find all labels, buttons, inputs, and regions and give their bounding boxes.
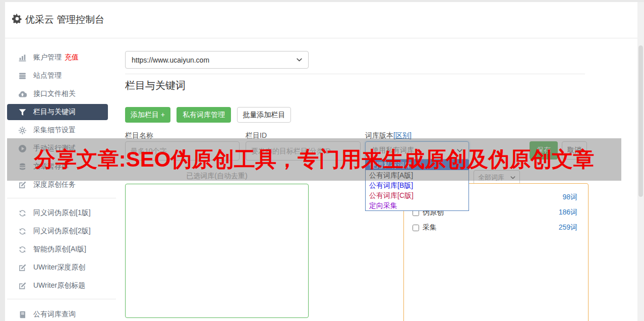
lexicon-row-label: 采集 — [423, 223, 437, 232]
sidebar-item-label: 接口文件相关 — [33, 89, 76, 98]
sidebar-divider — [7, 299, 116, 299]
sidebar-divider — [7, 198, 116, 198]
word-count: 98词 — [562, 193, 577, 202]
lexicon-row: 采集 259词 — [403, 220, 589, 235]
bar-chart-icon — [18, 54, 27, 62]
chevron-down-icon — [297, 58, 302, 62]
gears-icon — [18, 126, 27, 135]
sidebar-item-label: 账户管理 — [33, 53, 62, 62]
sidebar-item-synonym-v2[interactable]: 同义词伪原创[2版] — [7, 222, 108, 240]
sidebar-item-label: UWriter深度原创 — [33, 263, 85, 272]
content-divider — [125, 74, 585, 74]
word-count: 186词 — [559, 208, 577, 217]
sidebar-item-interface-files[interactable]: 接口文件相关 — [7, 85, 108, 103]
word-count: 259词 — [559, 223, 577, 232]
collect-checkbox[interactable] — [413, 225, 419, 231]
sidebar-item-account[interactable]: 账户管理 充值 — [7, 48, 108, 67]
page-title: 栏目与关键词 — [125, 79, 186, 92]
sidebar-item-uwriter-title[interactable]: UWriter原创标题 — [7, 277, 108, 295]
site-url-select[interactable]: https://www.ucaiyun.com — [125, 51, 309, 69]
sidebar-item-label: 深度原创任务 — [33, 180, 76, 189]
sidebar-item-label: 同义词伪原创[1版] — [33, 208, 91, 218]
sidebar-item-label: 栏目与关键词 — [33, 108, 76, 117]
recharge-badge[interactable]: 充值 — [65, 53, 79, 62]
refresh-icon — [18, 227, 27, 236]
add-column-button[interactable]: 添加栏目 + — [125, 107, 170, 123]
sidebar-item-label: UWriter原创标题 — [33, 281, 85, 290]
dropdown-option-directed-collect[interactable]: 定向采集 — [366, 200, 469, 210]
app-window: 优采云 管理控制台 账户管理 充值 站点管理 接口文件相关 栏目与关键词 采集细… — [0, 0, 644, 321]
sidebar-item-label: 同义词伪原创[2版] — [33, 227, 91, 236]
sidebar-item-ai-rewrite[interactable]: 智能伪原创[AI版] — [7, 240, 108, 258]
watermark-text: 分享文章:SEO伪原创工具，专门用来生成原创及伪原创文章 — [7, 138, 621, 181]
sidebar-item-uwriter-deep[interactable]: UWriter深度原创 — [7, 258, 108, 277]
sidebar-item-sites[interactable]: 站点管理 — [7, 67, 108, 85]
funnel-icon — [18, 108, 27, 117]
header-divider — [5, 38, 637, 38]
site-url-value: https://www.ucaiyun.com — [132, 56, 209, 64]
sidebar-item-label: 站点管理 — [33, 71, 62, 80]
gear-icon — [12, 14, 22, 24]
scrollbar-thumb[interactable] — [638, 45, 643, 197]
edit-icon — [18, 181, 27, 189]
selected-lexicon-box[interactable] — [125, 184, 309, 318]
sidebar-item-label: 智能伪原创[AI版] — [33, 245, 86, 254]
sidebar-item-public-lexicon-query[interactable]: 公有词库查询 — [7, 305, 108, 321]
app-title: 优采云 管理控制台 — [25, 13, 104, 26]
dropdown-option-public-b[interactable]: 公有词库[B版] — [366, 180, 469, 190]
edit-icon — [18, 282, 27, 290]
sidebar-item-label: 公有词库查询 — [33, 310, 76, 319]
cloud-upload-icon — [18, 90, 27, 98]
batch-add-column-button[interactable]: 批量添加栏目 — [237, 107, 291, 123]
sidebar-item-columns-keywords[interactable]: 栏目与关键词 — [7, 104, 108, 120]
dropdown-option-public-c[interactable]: 公有词库[C版] — [366, 190, 469, 200]
edit-icon — [18, 263, 27, 272]
book-icon — [18, 310, 27, 319]
sidebar-item-collection-settings[interactable]: 采集细节设置 — [7, 121, 108, 139]
refresh-icon — [18, 209, 27, 218]
sidebar-item-label: 采集细节设置 — [33, 126, 76, 135]
server-icon — [18, 72, 27, 80]
sidebar-item-synonym-v1[interactable]: 同义词伪原创[1版] — [7, 204, 108, 222]
private-lexicon-button[interactable]: 私有词库管理 — [177, 107, 231, 123]
refresh-icon — [18, 245, 27, 254]
